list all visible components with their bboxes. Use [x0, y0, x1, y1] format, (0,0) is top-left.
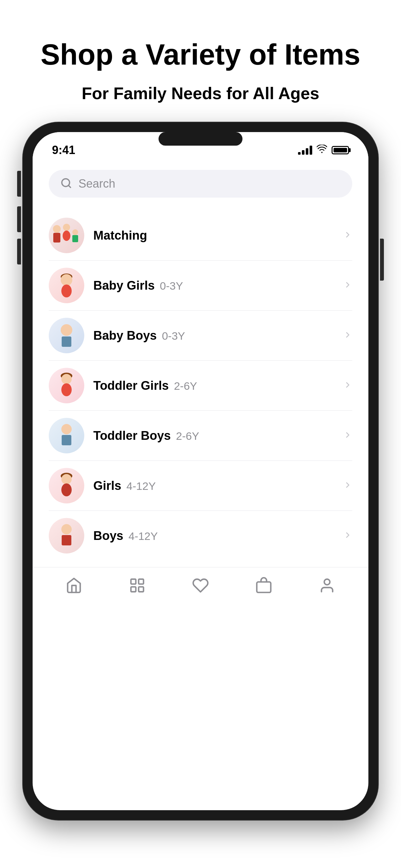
person-icon	[319, 577, 335, 595]
category-item-girls[interactable]: Girls4-12Y	[49, 461, 352, 511]
category-item-baby-boys[interactable]: Baby Boys0-3Y	[49, 311, 352, 361]
svg-point-14	[61, 374, 72, 384]
page-subtitle: For Family Needs for All Ages	[26, 84, 375, 103]
category-age-girls: 4-12Y	[127, 480, 156, 492]
chevron-icon-girls	[343, 480, 352, 491]
category-age-baby-boys: 0-3Y	[162, 330, 185, 342]
svg-point-19	[61, 474, 72, 485]
svg-rect-24	[138, 579, 143, 584]
nav-wishlist[interactable]	[192, 577, 209, 595]
category-name-girls: Girls	[93, 479, 121, 492]
status-icons	[298, 145, 349, 156]
wifi-icon	[317, 145, 327, 156]
svg-rect-22	[62, 535, 71, 546]
category-avatar-toddler-girls	[49, 368, 84, 403]
nav-home[interactable]	[66, 577, 82, 595]
page-header: Shop a Variety of Items For Family Needs…	[0, 0, 401, 122]
chevron-icon-baby-boys	[343, 330, 352, 341]
nav-profile[interactable]	[319, 577, 335, 595]
category-info-girls: Girls4-12Y	[93, 479, 334, 493]
svg-point-6	[72, 229, 78, 235]
phone-wrapper: 9:41	[23, 122, 378, 868]
category-info-toddler-girls: Toddler Girls2-6Y	[93, 379, 334, 393]
svg-point-9	[61, 274, 72, 286]
grid-icon	[129, 577, 146, 595]
svg-rect-17	[62, 435, 71, 445]
svg-rect-12	[62, 337, 71, 347]
nav-cart[interactable]	[255, 577, 272, 595]
chevron-icon-boys	[343, 531, 352, 541]
category-age-baby-girls: 0-3Y	[160, 280, 183, 292]
category-avatar-toddler-boys	[49, 418, 84, 454]
category-age-toddler-boys: 2-6Y	[176, 430, 199, 442]
search-icon	[60, 177, 72, 190]
bag-icon	[255, 577, 272, 595]
heart-icon	[192, 577, 209, 595]
screen-content: Search MatchingBaby Girls0-3YBaby Boys0-…	[33, 163, 368, 561]
svg-point-28	[324, 579, 330, 585]
phone-frame: 9:41	[23, 122, 378, 820]
category-info-boys: Boys4-12Y	[93, 529, 334, 543]
chevron-icon-toddler-girls	[343, 380, 352, 391]
category-name-toddler-boys: Toddler Boys	[93, 429, 171, 442]
category-item-baby-girls[interactable]: Baby Girls0-3Y	[49, 260, 352, 311]
category-item-toddler-boys[interactable]: Toddler Boys2-6Y	[49, 411, 352, 461]
category-list: MatchingBaby Girls0-3YBaby Boys0-3YToddl…	[49, 211, 352, 561]
category-avatar-boys	[49, 518, 84, 554]
category-name-matching: Matching	[93, 228, 147, 242]
bottom-nav	[33, 567, 368, 611]
chevron-icon-baby-girls	[343, 280, 352, 290]
home-icon	[66, 577, 82, 595]
category-name-baby-boys: Baby Boys	[93, 329, 157, 342]
svg-line-1	[68, 185, 71, 188]
category-avatar-girls	[49, 468, 84, 503]
svg-rect-23	[131, 579, 136, 584]
category-item-matching[interactable]: Matching	[49, 211, 352, 260]
svg-point-2	[53, 225, 61, 233]
svg-rect-25	[131, 587, 136, 592]
svg-point-21	[61, 524, 72, 534]
svg-point-20	[61, 484, 72, 496]
category-info-toddler-boys: Toddler Boys2-6Y	[93, 429, 334, 443]
category-name-baby-girls: Baby Girls	[93, 279, 155, 292]
svg-point-11	[61, 324, 72, 336]
svg-point-15	[61, 383, 72, 396]
chevron-icon-toddler-boys	[343, 430, 352, 441]
phone-screen: 9:41	[33, 132, 368, 810]
notch-pill	[158, 132, 243, 146]
page-title: Shop a Variety of Items	[26, 39, 375, 71]
svg-point-4	[63, 224, 70, 231]
category-item-toddler-girls[interactable]: Toddler Girls2-6Y	[49, 361, 352, 411]
category-avatar-matching	[49, 218, 84, 253]
svg-rect-26	[138, 587, 143, 592]
battery-icon	[332, 146, 349, 154]
svg-point-10	[61, 284, 72, 298]
category-info-baby-boys: Baby Boys0-3Y	[93, 329, 334, 343]
svg-point-5	[63, 230, 70, 241]
category-info-matching: Matching	[93, 228, 334, 243]
status-time: 9:41	[52, 144, 75, 157]
category-age-toddler-girls: 2-6Y	[174, 380, 197, 392]
category-avatar-baby-boys	[49, 318, 84, 353]
category-age-boys: 4-12Y	[128, 530, 158, 542]
nav-categories[interactable]	[129, 577, 146, 595]
svg-rect-27	[257, 582, 271, 593]
category-info-baby-girls: Baby Girls0-3Y	[93, 279, 334, 292]
search-placeholder: Search	[79, 177, 115, 190]
category-item-boys[interactable]: Boys4-12Y	[49, 511, 352, 561]
svg-point-16	[61, 424, 72, 434]
category-avatar-baby-girls	[49, 268, 84, 303]
category-name-boys: Boys	[93, 529, 123, 542]
svg-rect-3	[53, 233, 60, 243]
search-bar[interactable]: Search	[49, 170, 352, 197]
chevron-icon-matching	[343, 230, 352, 241]
category-name-toddler-girls: Toddler Girls	[93, 379, 169, 392]
svg-rect-7	[72, 235, 78, 242]
signal-icon	[298, 146, 312, 155]
